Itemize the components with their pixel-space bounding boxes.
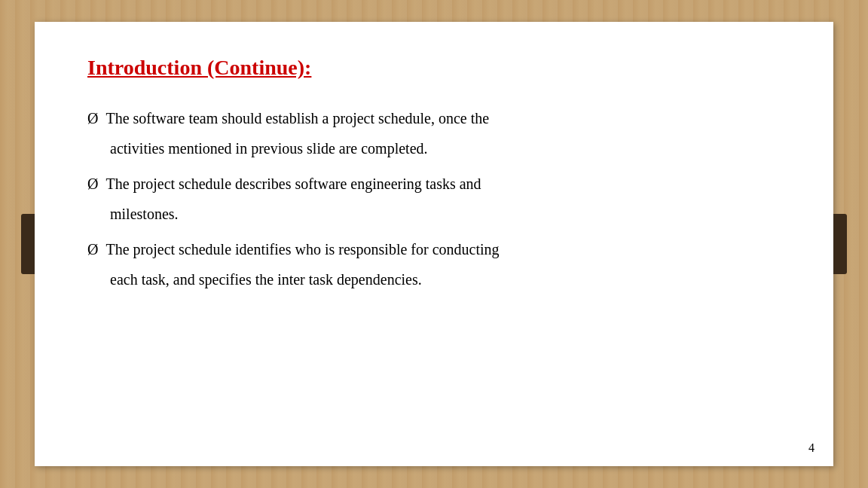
bullet-2-symbol: Ø [87,172,98,196]
bullet-2-continuation: milestones. [110,202,781,226]
slide-container: Introduction (Continue): Ø The software … [35,22,833,466]
bullet-2-line: Ø The project schedule describes softwar… [87,172,781,196]
right-handle [833,214,847,274]
bullet-1-continuation: activities mentioned in previous slide a… [110,136,781,160]
bullet-1-symbol: Ø [87,106,98,130]
bullet-1-line: Ø The software team should establish a p… [87,106,781,130]
slide-title: Introduction (Continue): [87,56,781,80]
bullet-3-symbol: Ø [87,237,98,261]
bullet-3-continuation: each task, and specifies the inter task … [110,267,781,291]
bullet-2-text-line1: The project schedule describes software … [105,172,781,196]
bullet-3-line: Ø The project schedule identifies who is… [87,237,781,261]
bullet-2-section: Ø The project schedule describes softwar… [87,172,781,226]
left-handle [21,214,35,274]
bullet-1-section: Ø The software team should establish a p… [87,106,781,160]
page-number: 4 [808,441,815,455]
bullet-3-text-line1: The project schedule identifies who is r… [105,237,781,261]
bullet-1-text-line1: The software team should establish a pro… [105,106,781,130]
bullet-3-section: Ø The project schedule identifies who is… [87,237,781,291]
